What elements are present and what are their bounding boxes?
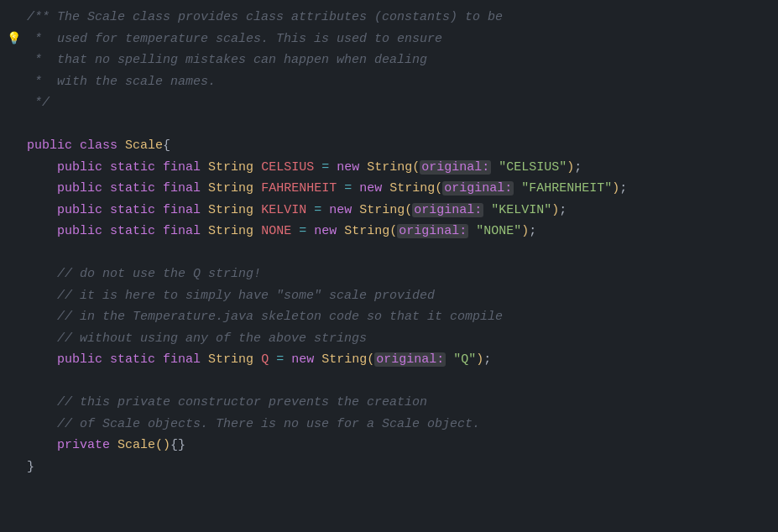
bulb-icon: 💡	[0, 29, 27, 50]
code-line-comment3: // in the Temperature.java skeleton code…	[0, 306, 765, 328]
code-line: /** The Scale class provides class attri…	[0, 7, 765, 29]
code-line: * that no spelling mistakes can happen w…	[0, 50, 765, 71]
code-line-celsius: public static final String CELSIUS = new…	[0, 157, 765, 179]
code-line-comment6: // of Scale objects. There is no use for…	[0, 414, 765, 436]
code-line-none: public static final String NONE = new St…	[0, 221, 765, 243]
code-line-close: }	[0, 456, 765, 478]
code-line	[0, 243, 765, 264]
code-line-constructor: private Scale(){}	[0, 435, 765, 456]
code-line	[0, 371, 765, 393]
code-line-comment1: // do not use the Q string!	[0, 263, 765, 285]
code-line-q: public static final String Q = new Strin…	[0, 349, 765, 371]
code-line	[0, 114, 765, 136]
code-line-comment5: // this private constructor prevents the…	[0, 392, 765, 414]
code-editor: /** The Scale class provides class attri…	[0, 0, 778, 532]
code-line-fahrenheit: public static final String FAHRENHEIT = …	[0, 178, 765, 200]
code-line: 💡 * used for temperature scales. This is…	[0, 29, 765, 50]
code-line-comment2: // it is here to simply have "some" scal…	[0, 285, 765, 307]
code-line: */	[0, 92, 765, 114]
code-line-comment4: // without using any of the above string…	[0, 328, 765, 350]
code-line-kelvin: public static final String KELVIN = new …	[0, 200, 765, 222]
code-line-class-decl: public class Scale{	[0, 135, 765, 157]
code-line: * with the scale names.	[0, 71, 765, 93]
